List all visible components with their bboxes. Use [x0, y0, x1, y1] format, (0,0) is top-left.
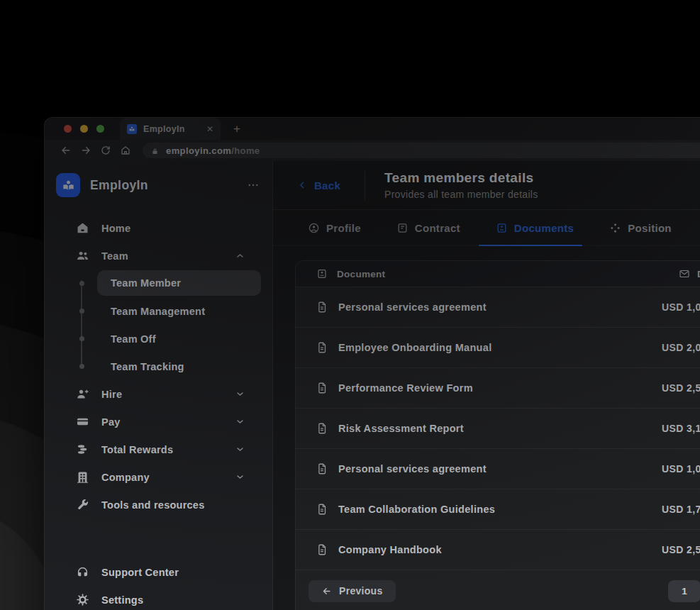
- table-row[interactable]: Company Handbook USD 2,500: [296, 530, 700, 570]
- tab-label: Position: [628, 222, 672, 234]
- tools-icon: [76, 498, 89, 511]
- url-domain: employin.com: [166, 145, 231, 156]
- sidebar-menu-dots-icon[interactable]: [245, 179, 261, 192]
- sidebar-item-pay[interactable]: Pay: [56, 408, 261, 436]
- close-tab-icon[interactable]: ✕: [206, 124, 213, 134]
- documents-icon: [496, 222, 508, 234]
- table-row[interactable]: Personal services agreement USD 1,000: [296, 449, 700, 489]
- table-row[interactable]: Performance Review Form USD 2,500: [296, 368, 700, 409]
- sidebar-item-team[interactable]: Team: [56, 242, 261, 270]
- sidebar-item-total-rewards[interactable]: Total Rewards: [56, 436, 261, 463]
- tab-contract[interactable]: Contract: [388, 210, 469, 245]
- home-nav-icon[interactable]: [116, 142, 135, 159]
- document-column-label: Document: [337, 269, 385, 279]
- table-row[interactable]: Employee Onboarding Manual USD 2,000: [296, 328, 700, 368]
- document-name: Performance Review Form: [338, 382, 473, 394]
- page-titles: Team members details Provides all team m…: [384, 170, 538, 200]
- table-footer: Previous 1: [296, 570, 700, 610]
- document-amount: USD 3,100: [662, 423, 700, 434]
- browser-tab-title: EmployIn: [143, 124, 185, 134]
- employin-logo: [56, 173, 80, 197]
- main-panel: Back Team members details Provides all t…: [273, 161, 700, 610]
- brand-name: EmployIn: [90, 178, 148, 193]
- file-icon: [316, 462, 328, 475]
- page-1-button[interactable]: 1: [668, 580, 700, 602]
- forward-nav-icon[interactable]: [76, 142, 96, 159]
- file-icon: [316, 341, 328, 354]
- sidebar-item-tools-and-resources[interactable]: Tools and resources: [56, 491, 261, 518]
- close-window-button[interactable]: [64, 125, 72, 133]
- file-icon: [316, 301, 328, 314]
- url-path: /home: [231, 145, 260, 156]
- file-icon: [316, 503, 328, 516]
- chevron-down-icon: [235, 472, 245, 482]
- tab-label: Documents: [514, 222, 574, 234]
- sidebar-nav: Home Team Team Member: [56, 214, 261, 518]
- page-subtitle: Provides all team member details: [384, 189, 538, 200]
- document-amount: USD 2,500: [662, 382, 700, 394]
- chevron-down-icon: [235, 389, 245, 399]
- detail-tabs: Profile Contract Documents: [273, 210, 700, 246]
- previous-label: Previous: [339, 585, 383, 597]
- support-icon: [76, 565, 89, 579]
- document-name: Risk Assessment Report: [338, 423, 464, 434]
- rewards-icon: [76, 443, 89, 456]
- tab-documents[interactable]: Documents: [487, 210, 582, 245]
- reload-icon[interactable]: [96, 142, 116, 159]
- table-row[interactable]: Risk Assessment Report USD 3,100: [296, 409, 700, 449]
- browser-window: EmployIn ✕ + employin.com: [44, 117, 700, 610]
- browser-tabstrip: EmployIn ✕ +: [45, 118, 700, 140]
- sidebar-item-settings[interactable]: Settings: [56, 586, 261, 610]
- desktop: EmployIn ✕ + employin.com: [0, 0, 700, 610]
- sidebar-subitem-team-management[interactable]: Team Management: [97, 297, 261, 325]
- back-button[interactable]: Back: [273, 179, 365, 192]
- new-tab-button[interactable]: +: [233, 123, 240, 135]
- browser-tab[interactable]: EmployIn ✕: [120, 118, 221, 140]
- tree-dot: [79, 364, 84, 369]
- description-column: Description: [658, 261, 700, 287]
- header-divider: [365, 170, 365, 200]
- file-icon: [316, 382, 328, 394]
- sidebar-item-label: Settings: [101, 594, 143, 606]
- file-icon: [316, 543, 328, 556]
- table-row[interactable]: Team Collaboration Guidelines USD 1,700: [296, 489, 700, 530]
- sidebar-item-label: Support Center: [101, 567, 179, 578]
- tree-rail: [81, 280, 82, 367]
- sidebar-item-label: Home: [101, 223, 130, 234]
- arrow-left-icon: [321, 586, 332, 597]
- document-amount: USD 2,500: [662, 544, 700, 555]
- sidebar-subitem-team-off[interactable]: Team Off: [97, 325, 261, 353]
- sidebar: EmployIn Home: [45, 161, 273, 610]
- table-row[interactable]: Personal services agreement USD 1,000: [296, 287, 700, 328]
- table-header: Document Description: [296, 261, 700, 287]
- sidebar-item-hire[interactable]: Hire: [56, 380, 261, 408]
- sidebar-item-home[interactable]: Home: [56, 214, 261, 242]
- document-name: Team Collaboration Guidelines: [338, 504, 495, 515]
- minimize-window-button[interactable]: [80, 125, 88, 133]
- sidebar-item-label: Total Rewards: [101, 444, 173, 455]
- chevron-up-icon: [235, 250, 245, 261]
- contract-icon: [396, 222, 409, 234]
- tab-profile[interactable]: Profile: [299, 210, 370, 245]
- company-icon: [76, 470, 89, 484]
- subitem-label: Team Member: [111, 277, 181, 289]
- sidebar-item-label: Hire: [101, 389, 122, 400]
- previous-page-button[interactable]: Previous: [309, 580, 396, 602]
- url-bar[interactable]: employin.com /home: [143, 143, 700, 158]
- tree-dot: [79, 309, 84, 314]
- hire-icon: [76, 387, 89, 401]
- sidebar-subitem-team-member[interactable]: Team Member: [97, 270, 261, 296]
- zoom-window-button[interactable]: [96, 125, 104, 133]
- subitem-label: Team Tracking: [111, 361, 184, 372]
- back-nav-icon[interactable]: [56, 142, 76, 159]
- sidebar-subitem-team-tracking[interactable]: Team Tracking: [97, 353, 261, 380]
- sidebar-item-label: Tools and resources: [101, 499, 205, 511]
- tab-position[interactable]: Position: [601, 210, 680, 245]
- document-amount: USD 1,000: [662, 463, 700, 475]
- document-name: Employee Onboarding Manual: [338, 342, 491, 353]
- brand-row: EmployIn: [56, 173, 261, 197]
- document-name: Personal services agreement: [338, 301, 487, 313]
- sidebar-item-company[interactable]: Company: [56, 463, 261, 491]
- sidebar-item-support-center[interactable]: Support Center: [56, 558, 261, 586]
- documents-table: Document Description Personal services a…: [295, 260, 700, 610]
